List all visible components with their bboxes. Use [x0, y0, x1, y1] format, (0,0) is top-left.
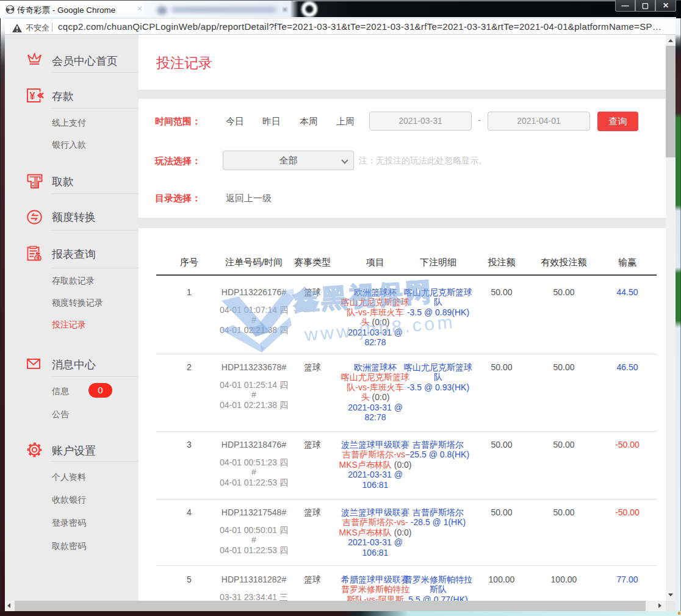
svg-text:¥: ¥: [36, 255, 39, 260]
svg-text:¥: ¥: [30, 91, 35, 101]
